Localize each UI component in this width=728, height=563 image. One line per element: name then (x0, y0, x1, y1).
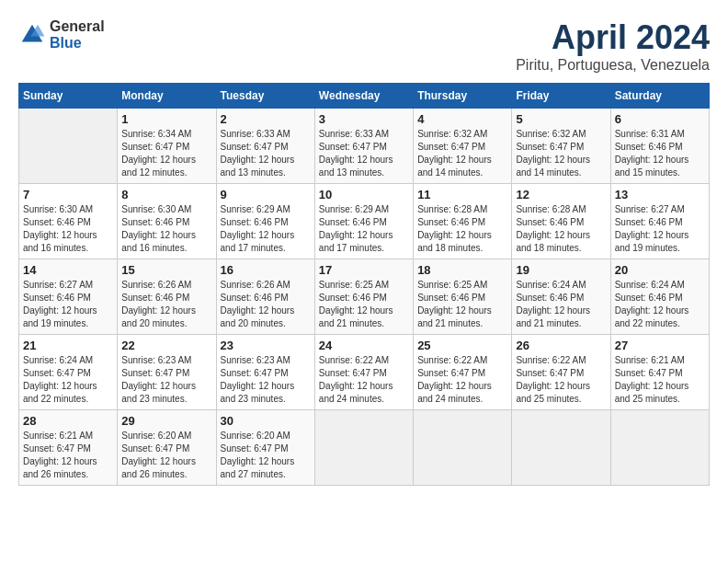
day-info: Sunrise: 6:21 AMSunset: 6:47 PMDaylight:… (23, 430, 113, 481)
day-info: Sunrise: 6:26 AMSunset: 6:46 PMDaylight:… (121, 279, 211, 330)
calendar-cell: 19Sunrise: 6:24 AMSunset: 6:46 PMDayligh… (512, 259, 610, 335)
calendar-cell: 23Sunrise: 6:23 AMSunset: 6:47 PMDayligh… (216, 335, 314, 410)
calendar-cell: 2Sunrise: 6:33 AMSunset: 6:47 PMDaylight… (216, 109, 314, 184)
day-info: Sunrise: 6:33 AMSunset: 6:47 PMDaylight:… (319, 128, 409, 179)
day-info: Sunrise: 6:25 AMSunset: 6:46 PMDaylight:… (417, 279, 507, 330)
calendar-cell: 6Sunrise: 6:31 AMSunset: 6:46 PMDaylight… (610, 109, 709, 184)
day-number: 11 (417, 188, 507, 201)
calendar-cell: 29Sunrise: 6:20 AMSunset: 6:47 PMDayligh… (118, 410, 216, 486)
day-info: Sunrise: 6:31 AMSunset: 6:46 PMDaylight:… (615, 128, 705, 179)
day-number: 1 (121, 112, 211, 126)
logo-blue-text: Blue (50, 35, 105, 52)
calendar-subtitle: Piritu, Portuguesa, Venezuela (516, 57, 710, 74)
day-number: 13 (615, 188, 705, 201)
calendar-cell: 16Sunrise: 6:26 AMSunset: 6:46 PMDayligh… (216, 259, 314, 335)
day-number: 2 (221, 112, 311, 126)
day-info: Sunrise: 6:32 AMSunset: 6:47 PMDaylight:… (516, 128, 606, 179)
day-number: 23 (221, 339, 311, 352)
dow-header-sunday: Sunday (19, 84, 118, 109)
calendar-cell: 8Sunrise: 6:30 AMSunset: 6:46 PMDaylight… (118, 184, 216, 259)
day-number: 5 (516, 112, 606, 126)
day-info: Sunrise: 6:33 AMSunset: 6:47 PMDaylight:… (221, 128, 311, 179)
calendar-cell: 7Sunrise: 6:30 AMSunset: 6:46 PMDaylight… (19, 184, 118, 259)
day-number: 22 (121, 339, 211, 352)
dow-header-wednesday: Wednesday (314, 84, 413, 109)
day-number: 28 (23, 414, 113, 428)
calendar-cell (512, 410, 610, 486)
calendar-cell: 21Sunrise: 6:24 AMSunset: 6:47 PMDayligh… (19, 335, 118, 410)
calendar-cell: 25Sunrise: 6:22 AMSunset: 6:47 PMDayligh… (414, 335, 512, 410)
day-info: Sunrise: 6:22 AMSunset: 6:47 PMDaylight:… (417, 354, 507, 406)
day-number: 30 (221, 414, 311, 428)
day-number: 9 (221, 188, 311, 201)
calendar-cell: 9Sunrise: 6:29 AMSunset: 6:46 PMDaylight… (216, 184, 314, 259)
day-number: 15 (121, 263, 211, 277)
day-number: 24 (319, 339, 409, 352)
calendar-cell: 12Sunrise: 6:28 AMSunset: 6:46 PMDayligh… (512, 184, 610, 259)
title-area: April 2024 Piritu, Portuguesa, Venezuela (516, 18, 710, 74)
day-number: 25 (417, 339, 507, 352)
week-row-1: 1Sunrise: 6:34 AMSunset: 6:47 PMDaylight… (19, 109, 710, 184)
calendar-cell: 11Sunrise: 6:28 AMSunset: 6:46 PMDayligh… (414, 184, 512, 259)
dow-header-monday: Monday (118, 84, 216, 109)
day-number: 18 (417, 263, 507, 277)
calendar-cell: 3Sunrise: 6:33 AMSunset: 6:47 PMDaylight… (314, 109, 413, 184)
calendar-cell: 13Sunrise: 6:27 AMSunset: 6:46 PMDayligh… (610, 184, 709, 259)
calendar-cell: 20Sunrise: 6:24 AMSunset: 6:46 PMDayligh… (610, 259, 709, 335)
dow-header-thursday: Thursday (414, 84, 512, 109)
day-number: 6 (615, 112, 705, 126)
day-number: 26 (516, 339, 606, 352)
day-number: 19 (516, 263, 606, 277)
calendar-cell: 10Sunrise: 6:29 AMSunset: 6:46 PMDayligh… (314, 184, 413, 259)
day-number: 21 (23, 339, 113, 352)
week-row-3: 14Sunrise: 6:27 AMSunset: 6:46 PMDayligh… (19, 259, 710, 335)
calendar-cell (414, 410, 512, 486)
day-info: Sunrise: 6:25 AMSunset: 6:46 PMDaylight:… (319, 279, 409, 330)
calendar-cell: 5Sunrise: 6:32 AMSunset: 6:47 PMDaylight… (512, 109, 610, 184)
day-info: Sunrise: 6:22 AMSunset: 6:47 PMDaylight:… (516, 354, 606, 406)
dow-header-saturday: Saturday (610, 84, 709, 109)
calendar-cell: 1Sunrise: 6:34 AMSunset: 6:47 PMDaylight… (118, 109, 216, 184)
calendar-cell: 15Sunrise: 6:26 AMSunset: 6:46 PMDayligh… (118, 259, 216, 335)
day-info: Sunrise: 6:22 AMSunset: 6:47 PMDaylight:… (319, 354, 409, 406)
calendar-body: 1Sunrise: 6:34 AMSunset: 6:47 PMDaylight… (19, 109, 710, 486)
calendar-cell (610, 410, 709, 486)
day-info: Sunrise: 6:29 AMSunset: 6:46 PMDaylight:… (319, 203, 409, 255)
calendar-cell (19, 109, 118, 184)
day-info: Sunrise: 6:23 AMSunset: 6:47 PMDaylight:… (121, 354, 211, 406)
day-number: 16 (221, 263, 311, 277)
days-of-week-row: SundayMondayTuesdayWednesdayThursdayFrid… (19, 84, 710, 109)
calendar-cell: 4Sunrise: 6:32 AMSunset: 6:47 PMDaylight… (414, 109, 512, 184)
logo: General Blue (18, 18, 105, 51)
day-info: Sunrise: 6:20 AMSunset: 6:47 PMDaylight:… (221, 430, 311, 481)
calendar-cell: 26Sunrise: 6:22 AMSunset: 6:47 PMDayligh… (512, 335, 610, 410)
day-number: 27 (615, 339, 705, 352)
day-number: 3 (319, 112, 409, 126)
calendar-cell: 27Sunrise: 6:21 AMSunset: 6:47 PMDayligh… (610, 335, 709, 410)
day-info: Sunrise: 6:20 AMSunset: 6:47 PMDaylight:… (121, 430, 211, 481)
day-info: Sunrise: 6:24 AMSunset: 6:46 PMDaylight:… (615, 279, 705, 330)
day-info: Sunrise: 6:32 AMSunset: 6:47 PMDaylight:… (417, 128, 507, 179)
day-info: Sunrise: 6:24 AMSunset: 6:46 PMDaylight:… (516, 279, 606, 330)
day-info: Sunrise: 6:29 AMSunset: 6:46 PMDaylight:… (221, 203, 311, 255)
calendar-cell (314, 410, 413, 486)
day-info: Sunrise: 6:30 AMSunset: 6:46 PMDaylight:… (23, 203, 113, 255)
day-number: 7 (23, 188, 113, 201)
day-number: 4 (417, 112, 507, 126)
day-info: Sunrise: 6:27 AMSunset: 6:46 PMDaylight:… (615, 203, 705, 255)
day-info: Sunrise: 6:34 AMSunset: 6:47 PMDaylight:… (121, 128, 211, 179)
day-info: Sunrise: 6:28 AMSunset: 6:46 PMDaylight:… (516, 203, 606, 255)
calendar-cell: 22Sunrise: 6:23 AMSunset: 6:47 PMDayligh… (118, 335, 216, 410)
day-number: 10 (319, 188, 409, 201)
logo-icon (18, 21, 46, 49)
calendar-table: SundayMondayTuesdayWednesdayThursdayFrid… (18, 83, 710, 486)
day-info: Sunrise: 6:23 AMSunset: 6:47 PMDaylight:… (221, 354, 311, 406)
day-info: Sunrise: 6:28 AMSunset: 6:46 PMDaylight:… (417, 203, 507, 255)
calendar-cell: 14Sunrise: 6:27 AMSunset: 6:46 PMDayligh… (19, 259, 118, 335)
day-info: Sunrise: 6:27 AMSunset: 6:46 PMDaylight:… (23, 279, 113, 330)
calendar-cell: 18Sunrise: 6:25 AMSunset: 6:46 PMDayligh… (414, 259, 512, 335)
dow-header-friday: Friday (512, 84, 610, 109)
day-number: 20 (615, 263, 705, 277)
calendar-cell: 24Sunrise: 6:22 AMSunset: 6:47 PMDayligh… (314, 335, 413, 410)
day-number: 8 (121, 188, 211, 201)
